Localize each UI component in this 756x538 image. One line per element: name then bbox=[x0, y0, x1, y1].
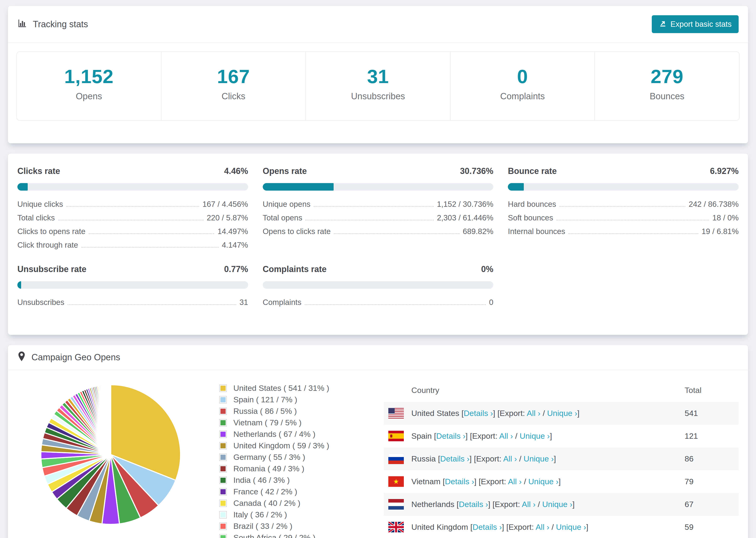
details-link[interactable]: Details › bbox=[473, 522, 502, 531]
export-unique-link[interactable]: Unique › bbox=[523, 454, 554, 463]
rate-detail-row: Unique clicks 167 / 4.456% bbox=[17, 199, 248, 209]
legend-item[interactable]: Russia ( 86 / 5% ) bbox=[219, 406, 384, 416]
geo-table-row: United Kingdom [Details ›] [Export: All … bbox=[384, 516, 739, 538]
legend-item[interactable]: Spain ( 121 / 7% ) bbox=[219, 395, 384, 404]
country-cell: Russia [Details ›] [Export: All › / Uniq… bbox=[404, 454, 685, 463]
rate-detail-row: Opens to clicks rate 689.82% bbox=[263, 227, 494, 236]
legend-item[interactable]: India ( 46 / 3% ) bbox=[219, 475, 384, 485]
legend-item[interactable]: Netherlands ( 67 / 4% ) bbox=[219, 429, 384, 439]
export-unique-link[interactable]: Unique › bbox=[556, 522, 586, 531]
country-cell: United Kingdom [Details ›] [Export: All … bbox=[404, 522, 685, 532]
geo-card-title: Campaign Geo Opens bbox=[17, 351, 120, 364]
summary-stat-label: Unsubscribes bbox=[306, 91, 450, 101]
rate-title: Clicks rate bbox=[17, 166, 60, 176]
details-link[interactable]: Details › bbox=[436, 431, 465, 440]
bracket-text: [ bbox=[436, 454, 440, 463]
legend-color-swatch bbox=[219, 430, 227, 438]
legend-color-swatch bbox=[219, 522, 227, 530]
rate-detail-value: 14.497% bbox=[217, 227, 248, 236]
geo-table-header-total: Total bbox=[685, 386, 739, 395]
dotted-leader bbox=[305, 220, 434, 220]
export-all-link[interactable]: All › bbox=[522, 500, 536, 509]
tracking-stats-title-text: Tracking stats bbox=[33, 19, 88, 29]
export-all-link[interactable]: All › bbox=[499, 431, 513, 440]
export-label-text: [Export: bbox=[474, 454, 503, 463]
rate-detail-label: Total opens bbox=[263, 213, 302, 223]
legend-label: Russia ( 86 / 5% ) bbox=[233, 406, 297, 416]
summary-stat-value: 279 bbox=[595, 66, 739, 87]
rate-detail-label: Total clicks bbox=[17, 213, 55, 223]
rate-detail-label: Clicks to opens rate bbox=[17, 227, 85, 236]
rate-title: Complaints rate bbox=[263, 264, 327, 274]
export-all-link[interactable]: All › bbox=[527, 409, 540, 418]
legend-label: Germany ( 55 / 3% ) bbox=[233, 452, 305, 462]
rate-block: Opens rate 30.736% Unique opens 1,152 / … bbox=[263, 160, 494, 250]
legend-item[interactable]: Germany ( 55 / 3% ) bbox=[219, 452, 384, 462]
legend-item[interactable]: United States ( 541 / 31% ) bbox=[219, 383, 384, 393]
rate-detail-value: 220 / 5.87% bbox=[207, 213, 248, 223]
legend-item[interactable]: United Kingdom ( 59 / 3% ) bbox=[219, 441, 384, 451]
rate-block: Clicks rate 4.46% Unique clicks 167 / 4.… bbox=[17, 160, 248, 250]
bracket-text: [ bbox=[441, 477, 445, 486]
tracking-stats-body: 1,152 Opens 167 Clicks 31 Unsubscribes 0… bbox=[8, 43, 748, 143]
rate-detail-row: Internal bounces 19 / 6.81% bbox=[508, 227, 739, 236]
export-all-link[interactable]: All › bbox=[508, 477, 522, 486]
summary-stat-value: 31 bbox=[306, 66, 450, 87]
legend-color-swatch bbox=[219, 476, 227, 484]
rate-detail-rows: Unsubscribes 31 bbox=[17, 297, 248, 307]
summary-stat-label: Complaints bbox=[451, 91, 595, 101]
geo-table-row: Spain [Details ›] [Export: All › / Uniqu… bbox=[384, 425, 739, 447]
dotted-leader bbox=[68, 304, 236, 305]
legend-item[interactable]: Vietnam ( 79 / 5% ) bbox=[219, 418, 384, 427]
rate-detail-value: 0 bbox=[489, 297, 493, 307]
details-link[interactable]: Details › bbox=[459, 500, 488, 509]
bracket-text: ] bbox=[559, 477, 561, 486]
geo-table-rows: United States [Details ›] [Export: All ›… bbox=[384, 402, 739, 538]
country-total: 67 bbox=[685, 500, 739, 509]
details-link[interactable]: Details › bbox=[464, 409, 493, 418]
legend-item[interactable]: South Africa ( 29 / 2% ) bbox=[219, 533, 384, 538]
summary-stat-label: Bounces bbox=[595, 91, 739, 101]
legend-item[interactable]: Romania ( 49 / 3% ) bbox=[219, 464, 384, 473]
dotted-leader bbox=[305, 304, 486, 305]
export-unique-link[interactable]: Unique › bbox=[528, 477, 559, 486]
geo-pie-wrap bbox=[22, 380, 219, 538]
dotted-leader bbox=[560, 206, 685, 207]
rate-block: Complaints rate 0% Complaints 0 bbox=[263, 258, 494, 307]
rate-detail-value: 242 / 86.738% bbox=[689, 199, 739, 209]
bracket-text: [ bbox=[459, 409, 464, 418]
rate-block-header: Unsubscribe rate 0.77% bbox=[17, 264, 248, 274]
legend-item[interactable]: Italy ( 36 / 2% ) bbox=[219, 510, 384, 519]
export-all-link[interactable]: All › bbox=[503, 454, 517, 463]
export-basic-stats-button[interactable]: Export basic stats bbox=[652, 15, 739, 33]
rate-progress-track bbox=[263, 281, 494, 289]
country-flag-icon bbox=[388, 431, 404, 441]
rate-value: 4.46% bbox=[224, 166, 248, 176]
legend-item[interactable]: Brazil ( 33 / 2% ) bbox=[219, 521, 384, 531]
export-label-text: [Export: bbox=[493, 500, 522, 509]
country-total: 121 bbox=[685, 431, 739, 441]
export-unique-link[interactable]: Unique › bbox=[547, 409, 577, 418]
geo-table-row: United States [Details ›] [Export: All ›… bbox=[384, 402, 739, 425]
legend-item[interactable]: France ( 42 / 2% ) bbox=[219, 487, 384, 497]
tracking-stats-title: Tracking stats bbox=[17, 18, 88, 30]
export-unique-link[interactable]: Unique › bbox=[519, 431, 550, 440]
rate-title: Opens rate bbox=[263, 166, 307, 176]
rate-detail-rows: Unique clicks 167 / 4.456% Total clicks … bbox=[17, 199, 248, 250]
geo-card-body: United States ( 541 / 31% ) Spain ( 121 … bbox=[8, 370, 748, 538]
legend-label: Brazil ( 33 / 2% ) bbox=[233, 521, 292, 531]
country-total: 541 bbox=[685, 409, 739, 418]
export-label-text: [Export: bbox=[498, 409, 527, 418]
details-link[interactable]: Details › bbox=[445, 477, 474, 486]
dotted-leader bbox=[568, 233, 698, 234]
export-all-link[interactable]: All › bbox=[536, 522, 549, 531]
rate-detail-rows: Complaints 0 bbox=[263, 297, 494, 307]
tracking-stats-card: Tracking stats Export basic stats 1,152 … bbox=[8, 6, 748, 143]
details-link[interactable]: Details › bbox=[440, 454, 469, 463]
pie-slice[interactable] bbox=[110, 385, 111, 455]
bracket-text: ] bbox=[577, 409, 579, 418]
legend-label: Vietnam ( 79 / 5% ) bbox=[233, 418, 301, 427]
bracket-text: ] bbox=[554, 454, 556, 463]
legend-item[interactable]: Canada ( 40 / 2% ) bbox=[219, 498, 384, 508]
export-unique-link[interactable]: Unique › bbox=[542, 500, 573, 509]
